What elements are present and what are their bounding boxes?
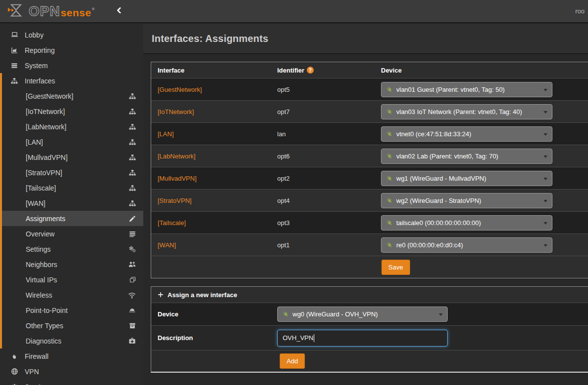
col-interface: Interface: [151, 67, 277, 74]
device-select[interactable]: re0 (00:00:00:e0:d0:c4): [381, 237, 552, 253]
interface-link[interactable]: [Tailscale]: [158, 219, 186, 227]
assignments-table: Interface Identifier? Device [GuestNetwo…: [151, 62, 588, 278]
sitemap-icon: [129, 154, 136, 161]
chevron-left-icon: [116, 7, 123, 16]
interface-link[interactable]: [GuestNetwork]: [158, 86, 202, 93]
description-input-value: OVH_VPN: [283, 334, 313, 342]
plug-icon: [385, 107, 394, 116]
new-device-select-value: wg0 (WireGuard - OVH_VPN): [293, 310, 378, 318]
table-row: [MullvadVPN] opt2 wg1 (WireGuard - Mullv…: [151, 167, 588, 189]
assign-panel-header: Assign a new interface: [151, 287, 588, 303]
interfaces-menu-group: Interfaces [GuestNetwork] [IoTNetwork] […: [0, 73, 143, 348]
interface-link[interactable]: [MullvadVPN]: [158, 175, 197, 182]
device-label: Device: [151, 310, 277, 318]
plug-icon: [385, 196, 394, 205]
table-row: [LabNetwork] opt6 vlan02 Lab (Parent: vt…: [151, 145, 588, 167]
device-form-row: Device wg0 (WireGuard - OVH_VPN): [151, 303, 588, 325]
help-icon[interactable]: ?: [307, 67, 314, 74]
identifier-value: opt3: [277, 219, 290, 227]
plug-icon: [385, 218, 394, 227]
identifier-value: lan: [277, 130, 286, 138]
sidebar-item-point-to-point[interactable]: Point-to-Point: [2, 303, 143, 318]
device-select[interactable]: wg1 (WireGuard - MullvadVPN): [381, 171, 552, 186]
content-body: Interface Identifier? Device [GuestNetwo…: [143, 54, 588, 380]
plug-icon: [281, 309, 290, 318]
sidebar-item-guestnetwork[interactable]: [GuestNetwork]: [2, 88, 143, 104]
sidebar-item-interfaces[interactable]: Interfaces: [2, 73, 143, 88]
identifier-value: opt1: [277, 241, 290, 249]
sidebar-item-labnetwork[interactable]: [LabNetwork]: [2, 119, 143, 134]
sidebar-item-wireless[interactable]: Wireless: [2, 287, 143, 303]
caret-down-icon: [544, 133, 547, 136]
sidebar-item-iotnetwork[interactable]: [IoTNetwork]: [2, 104, 143, 119]
sitemap-icon: [129, 169, 136, 176]
sidebar-nav: Lobby Reporting System Interfaces [Guest…: [0, 24, 143, 385]
plus-icon: [158, 292, 164, 298]
sidebar-item-label: [StratoVPN]: [26, 169, 129, 177]
sidebar-item-label: Wireless: [26, 291, 128, 299]
sidebar-item-vpn[interactable]: VPN: [0, 364, 143, 379]
main-content: Interfaces: Assignments Interface Identi…: [143, 24, 588, 385]
logged-in-user[interactable]: roo: [575, 7, 585, 15]
area-chart-icon: [9, 47, 20, 54]
sitemap-icon: [129, 123, 136, 130]
device-select[interactable]: vtnet0 (ce:47:51:8d:33:24): [381, 126, 552, 142]
gear-icon: [9, 383, 20, 385]
laptop-icon: [9, 31, 20, 38]
save-button[interactable]: Save: [381, 260, 410, 275]
medkit-icon: [128, 337, 136, 345]
interface-link[interactable]: [IoTNetwork]: [158, 108, 194, 116]
new-device-select[interactable]: wg0 (WireGuard - OVH_VPN): [277, 307, 448, 322]
top-navbar: OPN sense® roo: [0, 0, 588, 23]
interface-link[interactable]: [StratoVPN]: [158, 197, 192, 204]
sidebar-item-label: System: [25, 62, 136, 70]
list-icon: [9, 62, 20, 69]
caret-down-icon: [544, 111, 547, 114]
identifier-value: opt7: [277, 108, 290, 116]
sidebar-item-assignments[interactable]: Assignments: [2, 211, 143, 226]
sidebar-item-neighbors[interactable]: Neighbors: [2, 257, 143, 272]
brand-text-opn: OPN: [29, 4, 60, 18]
sidebar-item-stratovpn[interactable]: [StratoVPN]: [2, 165, 143, 180]
sidebar-item-reporting[interactable]: Reporting: [0, 42, 143, 58]
sidebar-item-mullvadvpn[interactable]: [MullvadVPN]: [2, 150, 143, 165]
sidebar-item-label: Lobby: [25, 31, 136, 39]
add-button[interactable]: Add: [280, 353, 305, 369]
sidebar-item-diagnostics[interactable]: Diagnostics: [2, 333, 143, 348]
device-select[interactable]: vlan01 Guest (Parent: vtnet0, Tag: 50): [381, 82, 552, 97]
device-select[interactable]: tailscale0 (00:00:00:00:00:00): [381, 215, 552, 231]
assign-new-interface-panel: Assign a new interface Device wg0 (WireG…: [151, 286, 588, 373]
gears-icon: [128, 245, 136, 253]
rows-icon: [129, 231, 136, 237]
sidebar-item-label: Assignments: [26, 215, 129, 223]
interface-link[interactable]: [LAN]: [158, 130, 174, 138]
interface-link[interactable]: [LabNetwork]: [158, 153, 196, 160]
sidebar-item-lan[interactable]: [LAN]: [2, 134, 143, 150]
sidebar-item-services[interactable]: Services: [0, 379, 143, 385]
device-select[interactable]: vlan03 IoT Network (Parent: vtnet0, Tag:…: [381, 104, 552, 119]
interface-link[interactable]: [WAN]: [158, 241, 176, 249]
cloud-icon: [128, 307, 136, 314]
device-select[interactable]: vlan02 Lab (Parent: vtnet0, Tag: 70): [381, 149, 552, 164]
sidebar-item-other-types[interactable]: Other Types: [2, 318, 143, 333]
sidebar-item-wan[interactable]: [WAN]: [2, 195, 143, 211]
caret-down-icon: [544, 222, 547, 225]
sidebar-item-lobby[interactable]: Lobby: [0, 27, 143, 42]
device-select-value: vlan02 Lab (Parent: vtnet0, Tag: 70): [396, 153, 498, 160]
sidebar-collapse-button[interactable]: [116, 7, 123, 16]
sidebar-item-tailscale[interactable]: [Tailscale]: [2, 180, 143, 195]
sidebar-item-settings[interactable]: Settings: [2, 241, 143, 257]
caret-down-icon: [544, 178, 547, 180]
sidebar-item-system[interactable]: System: [0, 58, 143, 73]
sidebar-item-label: Point-to-Point: [26, 307, 128, 314]
sidebar-item-virtual-ips[interactable]: Virtual IPs: [2, 272, 143, 287]
description-input[interactable]: OVH_VPN: [277, 330, 448, 346]
sidebar-item-overview[interactable]: Overview: [2, 226, 143, 241]
table-header-row: Interface Identifier? Device: [151, 62, 588, 78]
sitemap-icon: [129, 93, 136, 100]
sidebar-item-label: [IoTNetwork]: [26, 108, 129, 116]
caret-down-icon: [439, 313, 443, 316]
device-select[interactable]: wg2 (WireGuard - StratoVPN): [381, 193, 552, 208]
sidebar-item-firewall[interactable]: Firewall: [0, 348, 143, 364]
opnsense-logo[interactable]: OPN sense®: [7, 3, 95, 20]
